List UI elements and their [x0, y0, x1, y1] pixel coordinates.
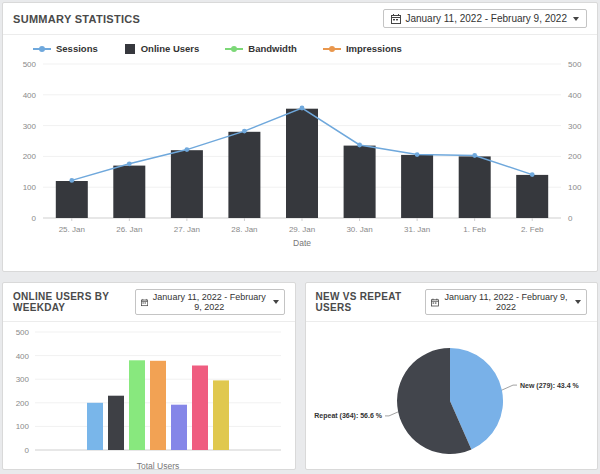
- svg-text:0: 0: [32, 214, 37, 223]
- summary-date-range-picker[interactable]: January 11, 2022 - February 9, 2022: [383, 9, 587, 28]
- legend-item[interactable]: Bandwidth: [225, 43, 297, 54]
- new-repeat-panel-header: NEW VS REPEAT USERS January 11, 2022 - F…: [306, 283, 598, 322]
- svg-text:31. Jan: 31. Jan: [404, 225, 430, 234]
- svg-text:26. Jan: 26. Jan: [116, 225, 142, 234]
- svg-text:0: 0: [25, 446, 30, 455]
- legend-line-marker: [33, 45, 51, 53]
- caret-down-icon: [273, 300, 279, 304]
- new-repeat-date-range-label: January 11, 2022 - February 9, 2022: [443, 292, 569, 312]
- svg-text:25. Jan: 25. Jan: [59, 225, 85, 234]
- summary-panel-header: SUMMARY STATISTICS January 11, 2022 - Fe…: [3, 3, 597, 35]
- legend-line-marker: [323, 45, 341, 53]
- online-users-by-weekday-panel: ONLINE USERS BY WEEKDAY January 11, 2022…: [2, 282, 296, 470]
- svg-text:100: 100: [16, 422, 30, 431]
- svg-text:1. Feb: 1. Feb: [463, 225, 486, 234]
- legend-line-marker: [225, 45, 243, 53]
- svg-text:500: 500: [23, 60, 37, 69]
- legend-item-label: Bandwidth: [248, 43, 297, 54]
- svg-text:300: 300: [568, 122, 582, 131]
- calendar-icon: [391, 14, 401, 24]
- svg-text:29. Jan: 29. Jan: [289, 225, 315, 234]
- svg-text:New (279): 43.4 %: New (279): 43.4 %: [520, 382, 580, 390]
- weekday-bar-chart: 0100200300400500Total Users: [5, 322, 293, 470]
- svg-text:300: 300: [16, 375, 30, 384]
- summary-chart-wrap: 0010010020020030030040040050050025. Jan2…: [3, 56, 597, 258]
- summary-combo-chart: 0010010020020030030040040050050025. Jan2…: [5, 56, 599, 254]
- svg-text:0: 0: [568, 214, 573, 223]
- svg-text:28. Jan: 28. Jan: [231, 225, 257, 234]
- svg-text:500: 500: [568, 60, 582, 69]
- svg-text:400: 400: [16, 352, 30, 361]
- new-repeat-panel-title: NEW VS REPEAT USERS: [316, 291, 426, 313]
- summary-statistics-panel: SUMMARY STATISTICS January 11, 2022 - Fe…: [2, 2, 598, 272]
- legend-box-marker: [124, 44, 136, 54]
- legend-item-label: Online Users: [141, 43, 200, 54]
- legend-item-label: Impressions: [346, 43, 402, 54]
- legend-item-label: Sessions: [56, 43, 98, 54]
- weekday-chart-wrap: 0100200300400500Total Users: [3, 322, 295, 470]
- legend-item[interactable]: Impressions: [323, 43, 402, 54]
- caret-down-icon: [575, 300, 581, 304]
- dashboard-page: SUMMARY STATISTICS January 11, 2022 - Fe…: [0, 0, 600, 474]
- weekday-panel-title: ONLINE USERS BY WEEKDAY: [13, 291, 135, 313]
- summary-panel-title: SUMMARY STATISTICS: [13, 13, 140, 25]
- svg-text:400: 400: [568, 91, 582, 100]
- summary-date-range-label: January 11, 2022 - February 9, 2022: [405, 13, 567, 24]
- new-vs-repeat-users-panel: NEW VS REPEAT USERS January 11, 2022 - F…: [305, 282, 599, 470]
- weekday-panel-header: ONLINE USERS BY WEEKDAY January 11, 2022…: [3, 283, 295, 322]
- pie-chart-wrap: New (279): 43.4 %Repeat (364): 56.6 %: [306, 322, 598, 470]
- new-vs-repeat-pie-chart: New (279): 43.4 %Repeat (364): 56.6 %: [308, 322, 596, 470]
- svg-text:Repeat (364): 56.6 %: Repeat (364): 56.6 %: [314, 412, 382, 420]
- svg-text:200: 200: [23, 152, 37, 161]
- svg-text:200: 200: [568, 152, 582, 161]
- svg-text:100: 100: [568, 183, 582, 192]
- svg-text:300: 300: [23, 122, 37, 131]
- legend-item[interactable]: Sessions: [33, 43, 98, 54]
- svg-text:500: 500: [16, 328, 30, 337]
- svg-text:30. Jan: 30. Jan: [346, 225, 372, 234]
- svg-text:Total Users: Total Users: [137, 461, 180, 470]
- svg-text:100: 100: [23, 183, 37, 192]
- weekday-date-range-label: January 11, 2022 - February 9, 2022: [152, 292, 266, 312]
- svg-text:200: 200: [16, 399, 30, 408]
- calendar-icon: [431, 298, 439, 307]
- bottom-row: ONLINE USERS BY WEEKDAY January 11, 2022…: [2, 282, 598, 470]
- svg-text:Date: Date: [293, 238, 311, 248]
- calendar-icon: [141, 298, 148, 307]
- svg-text:27. Jan: 27. Jan: [174, 225, 200, 234]
- caret-down-icon: [573, 17, 579, 21]
- summary-chart-legend: SessionsOnline UsersBandwidthImpressions: [3, 35, 597, 56]
- legend-item[interactable]: Online Users: [124, 43, 200, 54]
- weekday-date-range-picker[interactable]: January 11, 2022 - February 9, 2022: [135, 289, 284, 315]
- svg-text:2. Feb: 2. Feb: [521, 225, 544, 234]
- svg-text:400: 400: [23, 91, 37, 100]
- new-repeat-date-range-picker[interactable]: January 11, 2022 - February 9, 2022: [425, 289, 587, 315]
